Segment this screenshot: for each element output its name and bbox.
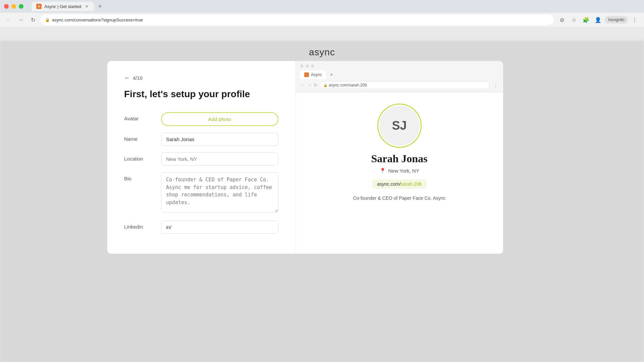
address-bar-row: ← → ↻ 🔒 async.com/conversations?signupSu… bbox=[0, 13, 644, 27]
bio-label: Bio bbox=[124, 172, 154, 181]
tab-bar: A Async | Get started ✕ + bbox=[28, 2, 109, 11]
profile-url-badge: async.com/sarah.206 bbox=[372, 179, 426, 189]
incognito-label: Incognito bbox=[608, 17, 625, 22]
title-bar: A Async | Get started ✕ + bbox=[0, 0, 644, 13]
linkedin-input[interactable] bbox=[161, 221, 278, 234]
linkedin-label: LinkedIn bbox=[124, 221, 154, 230]
mini-new-tab-button[interactable]: + bbox=[328, 71, 335, 78]
bio-field bbox=[161, 172, 278, 214]
back-navigation[interactable]: ← 4/10 bbox=[124, 74, 278, 81]
profile-preview-bio: Co-founder & CEO of Paper Face Co. Async bbox=[353, 195, 445, 202]
avatar-row: Avatar Add photo bbox=[124, 112, 278, 126]
forward-button[interactable]: → bbox=[16, 15, 25, 24]
bio-row: Bio bbox=[124, 172, 278, 214]
name-field bbox=[161, 133, 278, 146]
address-bar-right: ⊘ ☆ 🧩 👤 Incognito ⋮ bbox=[556, 14, 640, 25]
form-panel: ← 4/10 First, let's setup your profile A… bbox=[107, 61, 295, 254]
avatar-initials: SJ bbox=[392, 119, 407, 133]
form-title: First, let's setup your profile bbox=[124, 88, 278, 100]
mini-forward-icon: → bbox=[307, 82, 312, 88]
name-input[interactable] bbox=[161, 133, 278, 146]
preview-panel: Async + ← → ↻ 🔒 async.com/sarah.206 ⋮ bbox=[295, 61, 503, 254]
camera-off-button[interactable]: ⊘ bbox=[556, 14, 567, 25]
async-logo: async bbox=[309, 47, 335, 58]
extensions-button[interactable]: 🧩 bbox=[581, 14, 591, 25]
profile-avatar-container: SJ bbox=[379, 106, 420, 146]
incognito-indicator: Incognito bbox=[605, 16, 628, 23]
step-indicator: 4/10 bbox=[133, 75, 143, 81]
minimize-window-button[interactable] bbox=[11, 4, 16, 9]
mini-address-bar[interactable]: 🔒 async.com/sarah.206 bbox=[320, 81, 490, 89]
mini-url-text: async.com/sarah.206 bbox=[329, 83, 367, 87]
profile-button[interactable]: 👤 bbox=[593, 14, 603, 25]
profile-preview-location: 📍 New York, NY bbox=[379, 168, 419, 174]
mini-dot-green bbox=[311, 64, 314, 68]
linkedin-row: LinkedIn bbox=[124, 221, 278, 234]
avatar-field: Add photo bbox=[161, 112, 278, 126]
profile-url-prefix: async.com/ bbox=[377, 181, 401, 187]
tab-close-button[interactable]: ✕ bbox=[84, 4, 89, 9]
location-input[interactable] bbox=[161, 153, 278, 166]
maximize-window-button[interactable] bbox=[19, 4, 23, 9]
mini-reload-icon: ↻ bbox=[314, 82, 318, 88]
close-window-button[interactable] bbox=[4, 4, 9, 9]
back-arrow-icon: ← bbox=[124, 74, 130, 81]
tab-favicon: A bbox=[36, 4, 42, 9]
bookmark-button[interactable]: ☆ bbox=[569, 14, 579, 25]
reload-button[interactable]: ↻ bbox=[28, 15, 38, 24]
profile-location-text: New York, NY bbox=[388, 168, 419, 174]
location-row: Location bbox=[124, 153, 278, 166]
mini-more-icon: ⋮ bbox=[493, 82, 498, 88]
mini-address-row: ← → ↻ 🔒 async.com/sarah.206 ⋮ bbox=[300, 79, 498, 92]
back-button[interactable]: ← bbox=[4, 15, 13, 24]
menu-button[interactable]: ⋮ bbox=[629, 14, 640, 25]
linkedin-field bbox=[161, 221, 278, 234]
new-tab-button[interactable]: + bbox=[95, 2, 105, 11]
mini-back-icon: ← bbox=[300, 82, 305, 88]
mini-browser-dots bbox=[300, 64, 498, 68]
profile-preview: SJ Sarah Jonas 📍 New York, NY async.com/… bbox=[296, 92, 503, 254]
mini-tab-row: Async + bbox=[300, 70, 498, 79]
profile-avatar: SJ bbox=[379, 106, 420, 146]
address-bar[interactable]: 🔒 async.com/conversations?signupSuccess=… bbox=[40, 14, 554, 25]
name-row: Name bbox=[124, 133, 278, 146]
profile-url-suffix: sarah.206 bbox=[401, 181, 422, 187]
mini-browser-chrome: Async + ← → ↻ 🔒 async.com/sarah.206 ⋮ bbox=[296, 61, 503, 92]
tab-title: Async | Get started bbox=[44, 4, 81, 9]
location-label: Location bbox=[124, 153, 154, 162]
lock-icon: 🔒 bbox=[45, 17, 50, 22]
mini-tab[interactable]: Async bbox=[300, 70, 326, 79]
profile-preview-name: Sarah Jonas bbox=[371, 153, 427, 165]
location-field bbox=[161, 153, 278, 166]
avatar-label: Avatar bbox=[124, 112, 154, 121]
mini-dot-red bbox=[300, 64, 304, 68]
location-pin-icon: 📍 bbox=[379, 168, 386, 174]
add-photo-button[interactable]: Add photo bbox=[161, 112, 278, 126]
name-label: Name bbox=[124, 133, 154, 142]
mini-lock-icon: 🔒 bbox=[323, 83, 327, 87]
mini-browser: Async + ← → ↻ 🔒 async.com/sarah.206 ⋮ bbox=[296, 61, 503, 254]
mini-tab-label: Async bbox=[311, 72, 322, 77]
bio-input[interactable] bbox=[161, 172, 278, 213]
mini-tab-favicon bbox=[304, 72, 309, 77]
mini-dot-yellow bbox=[306, 64, 309, 68]
main-panel: ← 4/10 First, let's setup your profile A… bbox=[107, 61, 537, 254]
window-controls bbox=[4, 4, 23, 9]
url-text: async.com/conversations?signupSuccess=tr… bbox=[52, 17, 143, 22]
browser-chrome: A Async | Get started ✕ + ← → ↻ 🔒 async.… bbox=[0, 0, 644, 27]
browser-tab[interactable]: A Async | Get started ✕ bbox=[32, 2, 94, 11]
page-content: async ← 4/10 First, let's setup your pro… bbox=[0, 41, 644, 362]
